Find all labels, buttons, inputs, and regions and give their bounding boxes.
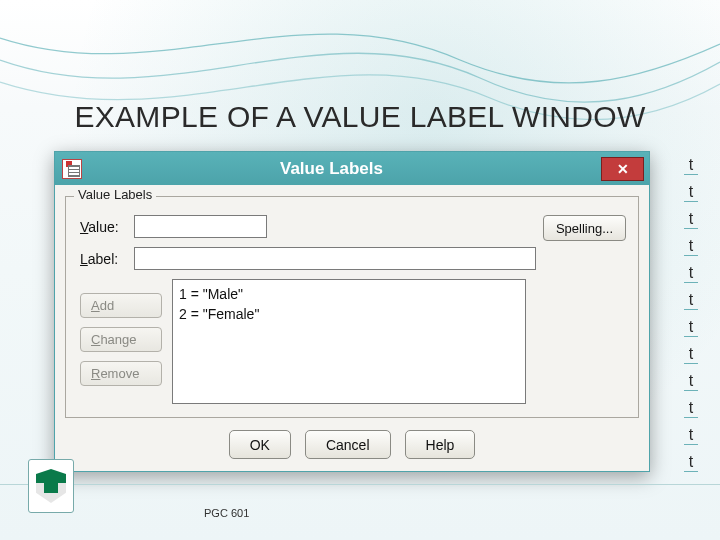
dialog-title: Value Labels <box>82 159 581 179</box>
value-field-label: Value: <box>80 219 134 235</box>
edge-char: t <box>684 372 698 391</box>
remove-button[interactable]: Remove <box>80 361 162 386</box>
list-item[interactable]: 1 = "Male" <box>179 284 519 304</box>
dialog-titlebar[interactable]: Value Labels ✕ <box>55 152 649 185</box>
edge-char: t <box>684 156 698 175</box>
edge-char: t <box>684 453 698 472</box>
edge-char: t <box>684 318 698 337</box>
value-labels-dialog: Value Labels ✕ Value Labels Value: Spell… <box>54 151 650 472</box>
edge-char: t <box>684 237 698 256</box>
add-button[interactable]: Add <box>80 293 162 318</box>
spss-app-icon <box>62 159 82 179</box>
ok-button[interactable]: OK <box>229 430 291 459</box>
label-input[interactable] <box>134 247 536 270</box>
fieldset-legend: Value Labels <box>74 187 156 202</box>
value-labels-listbox[interactable]: 1 = "Male" 2 = "Female" <box>172 279 526 404</box>
edge-char: t <box>684 291 698 310</box>
page-title: EXAMPLE OF A VALUE LABEL WINDOW <box>0 100 720 134</box>
slide-background: EXAMPLE OF A VALUE LABEL WINDOW t t t t … <box>0 0 720 540</box>
edge-char: t <box>684 426 698 445</box>
side-buttons: Add Change Remove <box>80 293 162 386</box>
edge-char: t <box>684 183 698 202</box>
change-button[interactable]: Change <box>80 327 162 352</box>
background-column-fragment: t t t t t t t t t t t t <box>684 156 698 472</box>
list-item[interactable]: 2 = "Female" <box>179 304 519 324</box>
spelling-button[interactable]: Spelling... <box>543 215 626 241</box>
edge-char: t <box>684 399 698 418</box>
dialog-bottom-buttons: OK Cancel Help <box>55 430 649 459</box>
cancel-button[interactable]: Cancel <box>305 430 391 459</box>
value-row: Value: <box>80 215 267 238</box>
label-field-label: Label: <box>80 251 134 267</box>
value-input[interactable] <box>134 215 267 238</box>
close-button[interactable]: ✕ <box>601 157 644 181</box>
university-logo <box>28 459 74 513</box>
edge-char: t <box>684 264 698 283</box>
value-labels-fieldset: Value Labels Value: Spelling... Label: 1… <box>65 196 639 418</box>
shield-icon <box>36 469 66 503</box>
slide-footer: PGC 601 <box>0 484 720 540</box>
footer-code: PGC 601 <box>204 507 249 519</box>
edge-char: t <box>684 345 698 364</box>
label-row: Label: <box>80 247 536 270</box>
help-button[interactable]: Help <box>405 430 476 459</box>
edge-char: t <box>684 210 698 229</box>
